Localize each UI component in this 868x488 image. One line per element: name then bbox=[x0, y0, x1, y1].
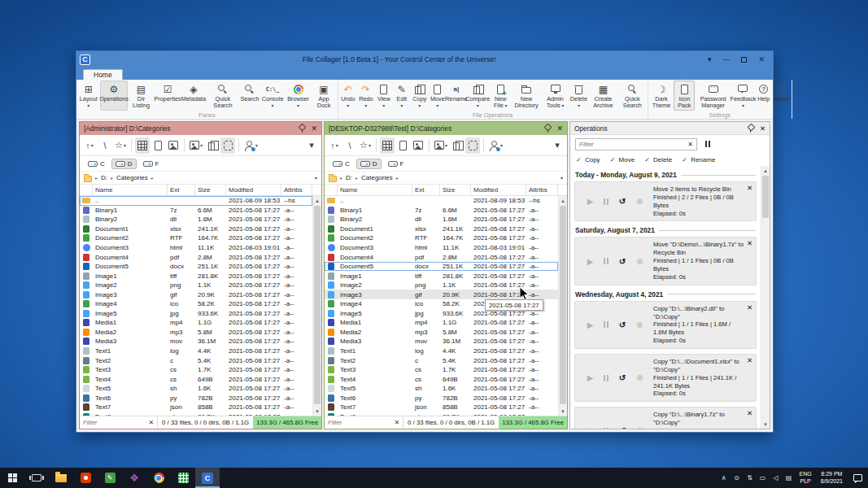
list-view-button[interactable] bbox=[150, 137, 165, 154]
table-row[interactable]: Document2RTF164.7K2021-05-08 17:27-a-- bbox=[80, 233, 312, 243]
column-header-size[interactable]: Size bbox=[195, 185, 226, 195]
toolbar-overflow-button[interactable]: ▾ bbox=[550, 137, 565, 154]
table-row[interactable]: Image3gif20.9K2021-05-08 17:27-a-- bbox=[80, 290, 312, 299]
table-row[interactable]: Image4ico58.2K2021-05-08 17:27-a-- bbox=[80, 299, 312, 309]
clear-filter-icon[interactable]: ✕ bbox=[687, 141, 693, 148]
ribbon-button-admin-tools[interactable]: Admin Tools ▾ bbox=[541, 81, 569, 111]
ribbon-button-delete[interactable]: Delete ▾ bbox=[569, 81, 588, 111]
remove-operation-icon[interactable]: ✕ bbox=[747, 356, 752, 364]
ribbon-button-edit[interactable]: ✎Edit ▾ bbox=[393, 81, 411, 111]
pause-icon[interactable] bbox=[604, 375, 608, 381]
close-pane-icon[interactable]: ✕ bbox=[556, 124, 563, 133]
pin-icon[interactable] bbox=[543, 124, 551, 133]
undo-operation-icon[interactable]: ↺ bbox=[619, 426, 626, 429]
vertical-scrollbar[interactable]: ▲▼ bbox=[312, 196, 321, 416]
thumbnail-view-button[interactable] bbox=[411, 137, 425, 154]
filter-checkbox-copy[interactable]: ✓ Copy bbox=[576, 156, 600, 163]
taskbar-app-visual-studio[interactable]: ❖ bbox=[122, 468, 146, 488]
table-row[interactable]: Document4pdf2.8M2021-05-08 17:27-a-- bbox=[80, 252, 312, 262]
pause-icon[interactable] bbox=[604, 198, 608, 205]
drive-button-d[interactable]: D bbox=[356, 159, 382, 169]
table-row[interactable]: Document5docx251.1K2021-05-08 17:27-a-- bbox=[325, 262, 558, 272]
table-row[interactable]: Text1log4.4K2021-05-08 17:27-a-- bbox=[80, 346, 312, 356]
table-row[interactable]: ..2021-08-09 18:53--hs bbox=[325, 196, 558, 206]
undo-operation-icon[interactable]: ↺ bbox=[619, 320, 626, 329]
taskbar-clock[interactable]: 8:29 PM 8/9/2021 bbox=[816, 471, 848, 486]
navigate-up-button[interactable]: ↑▾ bbox=[327, 137, 342, 154]
table-row[interactable]: Document2RTF164.7K2021-05-08 17:27-a-- bbox=[325, 233, 558, 243]
operation-card[interactable]: ▶↺⊗Copy "D:\...\Binary1.7z" to "D:\Copy"… bbox=[574, 407, 757, 429]
play-icon[interactable]: ▶ bbox=[587, 257, 594, 266]
navigate-up-button[interactable]: ↑▾ bbox=[82, 137, 97, 154]
breadcrumb[interactable]: ▸D:▸Categories▸▾ bbox=[80, 172, 321, 185]
preview-pane-button[interactable]: ▾ bbox=[433, 137, 449, 154]
ribbon-button-compare[interactable]: Compare ▾ bbox=[466, 81, 490, 111]
drive-button-f[interactable]: F bbox=[139, 159, 164, 169]
scroll-down-icon[interactable]: ▼ bbox=[761, 420, 770, 429]
clear-filter-icon[interactable]: ✕ bbox=[148, 419, 154, 426]
table-row[interactable]: Text5sh1.6K2021-05-08 17:27-a-- bbox=[80, 384, 312, 394]
drive-button-c[interactable]: C bbox=[329, 159, 354, 169]
favorites-button[interactable]: ☆▾ bbox=[113, 137, 128, 154]
table-row[interactable]: Document3html11.1K2021-08-03 19:01-a-- bbox=[80, 243, 312, 253]
cancel-icon[interactable]: ⊗ bbox=[636, 426, 643, 429]
tray-app-icon[interactable]: ⊙ bbox=[731, 474, 744, 481]
table-row[interactable]: Text3cs1.7K2021-05-08 17:27-a-- bbox=[80, 365, 312, 375]
pane-header-left[interactable]: [Administrator] D:\Categories✕ bbox=[80, 122, 321, 135]
undo-operation-icon[interactable]: ↺ bbox=[619, 197, 626, 206]
keyboard-icon[interactable]: ▤ bbox=[783, 474, 796, 481]
table-row[interactable]: Text1log4.4K2021-05-08 17:27-a-- bbox=[325, 346, 558, 356]
titlebar[interactable]: C File Collager [1.0 Beta 1] - Your Cont… bbox=[76, 51, 773, 68]
user-menu-button[interactable]: ▾ bbox=[242, 137, 260, 154]
table-row[interactable]: Text2c5.4K2021-05-08 17:27-a-- bbox=[325, 355, 558, 365]
toolbar-overflow-button[interactable]: ▾ bbox=[304, 137, 319, 154]
pause-icon[interactable] bbox=[604, 428, 608, 429]
window-style-menu-icon[interactable]: ▾ bbox=[708, 55, 712, 63]
operations-filter-input[interactable]: Filter✕ bbox=[575, 138, 697, 150]
column-header-ext[interactable]: Ext bbox=[168, 185, 195, 195]
pane-header-right[interactable]: [DESKTOP-D327988\Test] D:\Categories✕ bbox=[325, 122, 567, 135]
ribbon-button-operations[interactable]: ⚙Operations bbox=[100, 81, 129, 111]
ribbon-button-app-dock[interactable]: ▣App Dock bbox=[311, 81, 337, 111]
ribbon-button-new-file[interactable]: New File ▾ bbox=[490, 81, 513, 111]
close-button[interactable]: ✕ bbox=[758, 55, 765, 63]
table-row[interactable]: Document3html11.1K2021-08-03 19:01-a-- bbox=[325, 243, 558, 253]
taskbar-app-text-editor[interactable]: ✎ bbox=[98, 468, 122, 488]
table-row[interactable]: Document1xlsx241.1K2021-05-08 17:27-a-- bbox=[80, 224, 312, 234]
ribbon-button-password-manager[interactable]: Password Manager bbox=[695, 81, 731, 111]
drive-button-f[interactable]: F bbox=[384, 159, 408, 169]
ribbon-button-redo[interactable]: ↷Redo ▾ bbox=[357, 81, 375, 111]
table-row[interactable]: Text5sh1.6K2021-05-08 17:27-a-- bbox=[325, 384, 558, 394]
taskbar-app-calc[interactable] bbox=[171, 468, 195, 488]
taskbar-app-file-collager[interactable]: C bbox=[195, 468, 220, 488]
table-row[interactable]: Media3mov36.1M2021-05-08 17:27-a-- bbox=[325, 337, 558, 346]
clear-filter-icon[interactable]: ✕ bbox=[394, 419, 399, 426]
drive-button-d[interactable]: D bbox=[111, 159, 137, 169]
remove-operation-icon[interactable]: ✕ bbox=[747, 303, 752, 312]
clipboard-operations-button[interactable] bbox=[205, 137, 220, 154]
table-row[interactable]: Binary17z6.6M2021-05-08 17:27-a-- bbox=[325, 206, 558, 216]
operation-card[interactable]: ▶↺⊗Copy "D:\...\Document1.xlsx" to "D:\C… bbox=[574, 354, 757, 402]
favorites-button[interactable]: ☆▾ bbox=[358, 137, 373, 154]
column-header-name[interactable]: Name bbox=[338, 185, 412, 195]
operations-header[interactable]: Operations✕ bbox=[570, 122, 770, 135]
tab-home[interactable]: Home bbox=[83, 69, 123, 80]
clipboard-operations-button[interactable] bbox=[450, 137, 465, 154]
pin-icon[interactable] bbox=[298, 124, 305, 133]
filter-checkbox-rename[interactable]: ✓ Rename bbox=[682, 156, 715, 163]
user-menu-button[interactable]: ▾ bbox=[487, 137, 504, 154]
table-row[interactable]: Text4cs649B2021-05-08 17:27-a-- bbox=[80, 374, 312, 384]
pause-all-button[interactable] bbox=[705, 141, 710, 147]
scrollbar-thumb[interactable] bbox=[762, 176, 769, 218]
table-row[interactable]: Text6py782B2021-05-08 17:27-a-- bbox=[325, 393, 558, 403]
table-row[interactable]: Media2mp35.8M2021-05-08 17:27-a-- bbox=[325, 328, 558, 338]
selection-mode-button[interactable] bbox=[465, 137, 480, 154]
task-view-button[interactable] bbox=[24, 468, 49, 488]
table-row[interactable]: Binary17z6.6M2021-05-08 17:27-a-- bbox=[80, 206, 312, 216]
ribbon-button-dir-listing[interactable]: ▤Dir Listing bbox=[128, 81, 154, 111]
ribbon-button-copy[interactable]: Copy ▾ bbox=[411, 81, 429, 111]
column-header-attribs[interactable]: Attribs bbox=[281, 185, 312, 195]
table-row[interactable]: Media1mp41.1G2021-05-08 17:27-a-- bbox=[325, 318, 558, 328]
list-view-button[interactable] bbox=[395, 137, 410, 154]
filter-checkbox-delete[interactable]: ✓ Delete bbox=[644, 156, 672, 163]
